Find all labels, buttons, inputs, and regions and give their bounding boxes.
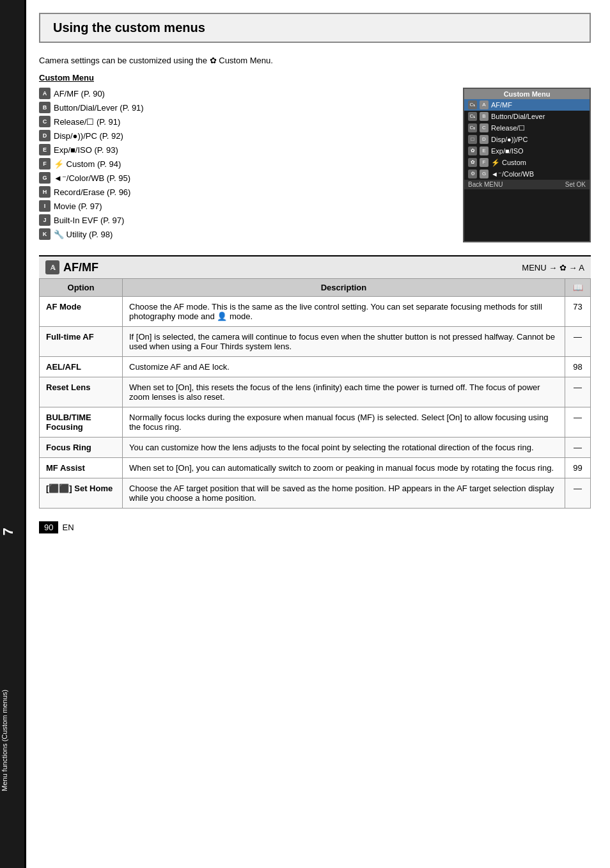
table-row: MF AssistWhen set to [On], you can autom… (40, 458, 591, 478)
camera-screen-item: ✿EExp/■/ISO (464, 145, 590, 157)
table-cell-description: You can customize how the lens adjusts t… (123, 438, 565, 458)
menu-item-text: Movie (P. 97) (54, 201, 102, 211)
table-cell-option: Reset Lens (40, 377, 123, 407)
afmf-label: AF/MF (63, 261, 98, 274)
camera-item-icon: E (480, 146, 489, 155)
table-cell-description: When set to [On], you can automatically … (123, 458, 565, 478)
menu-item-icon: D (39, 130, 51, 141)
menu-item-text: Button/Dial/Lever (P. 91) (54, 103, 144, 113)
camera-item-label: Disp/●))/PC (491, 136, 528, 143)
camera-item-icon: C (480, 123, 489, 132)
menu-list-item: K🔧 Utility (P. 98) (39, 228, 450, 240)
camera-row-label: C₁ (468, 100, 477, 109)
table-row: AEL/AFLCustomize AF and AE lock.98 (40, 357, 591, 377)
table-cell-option: MF Assist (40, 458, 123, 478)
table-cell-description: Choose the AF target position that will … (123, 478, 565, 509)
menu-item-icon: B (39, 102, 51, 113)
page-number-area: 90 EN (39, 521, 591, 533)
col-header-description: Description (123, 279, 565, 297)
camera-item-label: Exp/■/ISO (491, 147, 524, 155)
menu-item-icon: I (39, 200, 51, 212)
table-cell-page: — (565, 377, 591, 407)
table-row: BULB/TIME FocusingNormally focus locks d… (40, 407, 591, 438)
camera-screen-title: Custom Menu (464, 89, 590, 99)
camera-item-icon: A (480, 100, 489, 109)
menu-item-icon: F (39, 158, 51, 170)
menu-list-item: DDisp/●))/PC (P. 92) (39, 130, 450, 141)
table-cell-option: AF Mode (40, 297, 123, 327)
menu-item-text: Record/Erase (P. 96) (54, 187, 130, 197)
menu-item-text: ⚡ Custom (P. 94) (54, 159, 121, 169)
menu-item-text: Release/☐ (P. 91) (54, 117, 120, 127)
camera-row-label: C₂ (468, 123, 477, 132)
page-title: Using the custom menus (53, 20, 577, 35)
camera-item-icon: G (480, 170, 489, 178)
menu-item-text: Exp/■/ISO (P. 93) (54, 145, 118, 155)
menu-item-text: Disp/●))/PC (P. 92) (54, 131, 123, 141)
camera-screen-footer: Back MENUSet OK (464, 180, 590, 189)
table-cell-page: 73 (565, 297, 591, 327)
camera-screen-item: C₁AAF/MF (464, 99, 590, 111)
camera-row-label: C₁ (468, 112, 477, 121)
menu-item-icon: G (39, 172, 51, 184)
camera-item-label: AF/MF (491, 101, 512, 109)
table-cell-page: 98 (565, 357, 591, 377)
camera-item-label: ◄⁻/Color/WB (491, 170, 534, 178)
menu-list-item: HRecord/Erase (P. 96) (39, 186, 450, 198)
page-suffix: EN (62, 523, 74, 532)
menu-item-icon: A (39, 88, 51, 99)
page-title-box: Using the custom menus (39, 13, 591, 43)
table-cell-description: Choose the AF mode. This is the same as … (123, 297, 565, 327)
chapter-number: 7 (0, 528, 24, 535)
camera-item-icon: F (480, 158, 489, 167)
menu-list-item: IMovie (P. 97) (39, 200, 450, 212)
camera-item-label: Release/☐ (491, 124, 525, 132)
camera-screen-item: ⚙G◄⁻/Color/WB (464, 168, 590, 180)
table-row: Full-time AFIf [On] is selected, the cam… (40, 327, 591, 357)
table-row: AF ModeChoose the AF mode. This is the s… (40, 297, 591, 327)
menu-item-icon: H (39, 186, 51, 198)
table-row: Reset LensWhen set to [On], this resets … (40, 377, 591, 407)
menu-list-item: AAF/MF (P. 90) (39, 88, 450, 99)
menu-item-text: AF/MF (P. 90) (54, 89, 105, 99)
menu-item-text: ◄⁻/Color/WB (P. 95) (54, 173, 130, 183)
table-cell-option: Full-time AF (40, 327, 123, 357)
camera-row-label: ✿ (468, 146, 477, 155)
camera-row-label: ⚙ (468, 170, 477, 178)
table-cell-description: When set to [On], this resets the focus … (123, 377, 565, 407)
camera-item-label: ⚡ Custom (491, 159, 526, 167)
table-cell-option: Focus Ring (40, 438, 123, 458)
table-cell-page: — (565, 407, 591, 438)
menu-item-icon: J (39, 214, 51, 226)
menu-item-text: 🔧 Utility (P. 98) (54, 230, 113, 239)
table-cell-page: — (565, 478, 591, 509)
afmf-title: 𝔸 AF/MF (45, 260, 98, 274)
menu-list-item: BButton/Dial/Lever (P. 91) (39, 102, 450, 113)
table-cell-page: — (565, 327, 591, 357)
menu-list-item: F⚡ Custom (P. 94) (39, 158, 450, 170)
table-cell-description: Customize AF and AE lock. (123, 357, 565, 377)
menu-list-item: CRelease/☐ (P. 91) (39, 116, 450, 127)
camera-row-label: ✿ (468, 158, 477, 167)
custom-menu-heading: Custom Menu (39, 73, 591, 83)
afmf-icon: 𝔸 (45, 260, 59, 274)
camera-screen-item: C₂CRelease/☐ (464, 122, 590, 134)
table-cell-option: [⬛⬛] Set Home (40, 478, 123, 509)
main-content: Using the custom menus Camera settings c… (24, 0, 610, 868)
menu-nav: MENU → ✿ → A (522, 263, 584, 272)
table-cell-description: Normally focus locks during the exposure… (123, 407, 565, 438)
camera-screen-item: C₁BButton/Dial/Lever (464, 111, 590, 122)
menu-item-text: Built-In EVF (P. 97) (54, 216, 124, 225)
camera-item-icon: D (480, 135, 489, 144)
table-cell-page: — (565, 438, 591, 458)
menu-list: AAF/MF (P. 90)BButton/Dial/Lever (P. 91)… (39, 88, 450, 242)
menu-section: AAF/MF (P. 90)BButton/Dial/Lever (P. 91)… (39, 88, 591, 242)
camera-back-label: Back MENU (468, 181, 503, 188)
table-cell-page: 99 (565, 458, 591, 478)
intro-paragraph: Camera settings can be customized using … (39, 56, 591, 65)
camera-row-label: □ (468, 135, 477, 144)
chapter-label: Menu functions (Custom menus) (0, 690, 24, 791)
camera-item-icon: B (480, 112, 489, 121)
camera-screen-item: ✿F⚡ Custom (464, 157, 590, 168)
table-cell-option: BULB/TIME Focusing (40, 407, 123, 438)
